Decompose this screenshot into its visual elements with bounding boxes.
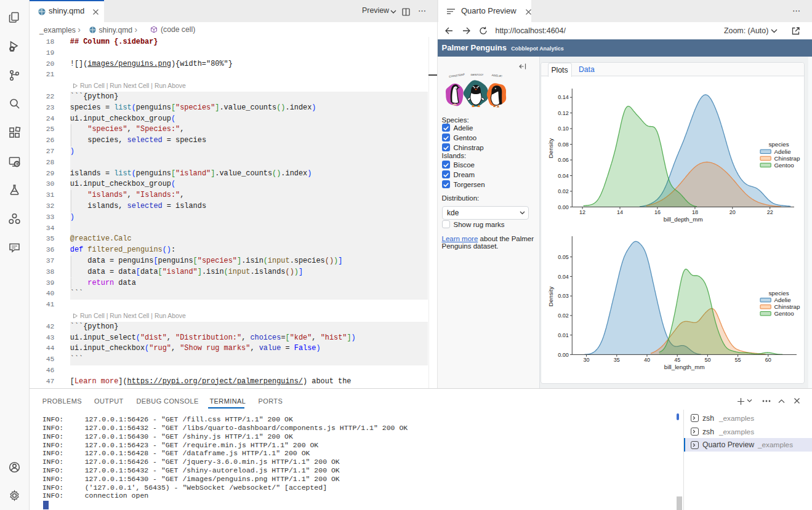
svg-text:Chinstrap: Chinstrap: [774, 303, 800, 310]
svg-text:22: 22: [767, 209, 773, 215]
svg-text:Gentoo: Gentoo: [774, 162, 795, 169]
svg-text:Adelie: Adelie: [774, 148, 792, 155]
svg-text:species: species: [768, 141, 789, 148]
svg-text:0.00: 0.00: [558, 204, 569, 210]
svg-text:16: 16: [654, 209, 661, 215]
svg-text:0.05: 0.05: [558, 254, 569, 260]
svg-text:0.08: 0.08: [558, 141, 569, 148]
svg-text:0.14: 0.14: [558, 94, 569, 100]
svg-text:18: 18: [692, 209, 698, 215]
svg-text:GENTOO!: GENTOO!: [471, 73, 484, 76]
svg-text:Density: Density: [547, 287, 554, 307]
svg-text:CHINSTRAP: CHINSTRAP: [449, 73, 465, 78]
svg-text:0.12: 0.12: [558, 110, 569, 116]
svg-text:50: 50: [704, 357, 710, 363]
svg-text:0.02: 0.02: [558, 313, 569, 319]
svg-text:0.01: 0.01: [558, 332, 569, 338]
svg-text:12: 12: [579, 209, 585, 215]
svg-text:bill_length_mm: bill_length_mm: [664, 364, 705, 370]
svg-text:ADELIE!: ADELIE!: [491, 73, 502, 78]
svg-text:Adelie: Adelie: [774, 297, 792, 303]
svg-text:0.03: 0.03: [558, 293, 569, 299]
svg-text:45: 45: [674, 357, 680, 363]
svg-text:55: 55: [735, 357, 741, 363]
svg-text:Density: Density: [547, 138, 554, 159]
svg-text:14: 14: [617, 209, 623, 215]
svg-text:0.02: 0.02: [558, 188, 569, 194]
svg-text:60: 60: [765, 357, 771, 363]
svg-text:species: species: [768, 290, 789, 297]
svg-text:0.10: 0.10: [558, 126, 569, 132]
svg-text:35: 35: [614, 357, 620, 363]
svg-text:20: 20: [730, 209, 736, 215]
svg-text:0.04: 0.04: [558, 173, 569, 179]
svg-text:0.00: 0.00: [558, 352, 569, 358]
svg-text:30: 30: [584, 357, 590, 363]
svg-text:0.04: 0.04: [558, 274, 569, 280]
svg-text:40: 40: [644, 357, 650, 363]
svg-text:Chinstrap: Chinstrap: [774, 155, 800, 162]
svg-text:Gentoo: Gentoo: [774, 310, 795, 317]
svg-text:0.06: 0.06: [558, 157, 569, 163]
svg-text:bill_depth_mm: bill_depth_mm: [664, 216, 703, 223]
